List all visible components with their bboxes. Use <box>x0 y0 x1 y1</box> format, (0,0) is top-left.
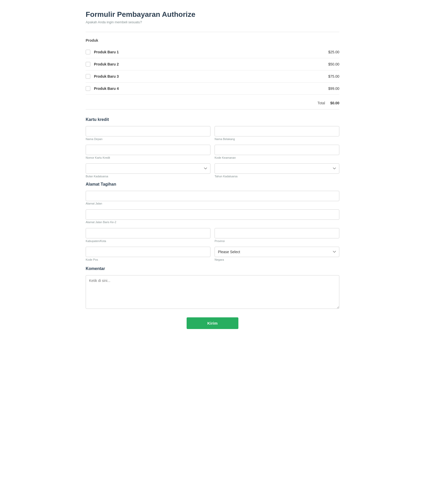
city-province-row: Kabupaten/Kota Provinsi <box>86 228 339 243</box>
zip-country-row: Kode Pos Please Select Indonesia United … <box>86 247 339 261</box>
security-code-label: Kode Keamanan <box>215 156 339 159</box>
product-4-price: $99.00 <box>328 86 339 91</box>
product-1-checkbox[interactable] <box>86 50 90 54</box>
product-1-name: Produk Baru 1 <box>94 50 119 54</box>
product-4-name: Produk Baru 4 <box>94 86 119 91</box>
city-input[interactable] <box>86 228 210 238</box>
zip-label: Kode Pos <box>86 258 210 261</box>
card-number-label: Nomor Kartu Kredit <box>86 156 210 159</box>
province-label: Provinsi <box>215 239 339 243</box>
page-title: Formulir Pembayaran Authorize <box>86 10 339 19</box>
province-group: Provinsi <box>215 228 339 243</box>
product-2-price: $50.00 <box>328 62 339 66</box>
product-1-price: $25.00 <box>328 50 339 54</box>
table-row: Produk Baru 4 $99.00 <box>86 83 339 95</box>
expiry-month-group: 01 02 03 04 05 06 07 08 09 10 11 12 Bula… <box>86 163 210 178</box>
address1-label: Alamat Jalan <box>86 202 102 205</box>
name-row: Nama Depan Nama Belakang <box>86 126 339 141</box>
credit-card-heading: Kartu kredit <box>86 117 339 122</box>
total-label: Total <box>317 101 325 105</box>
card-number-input[interactable] <box>86 145 210 155</box>
province-input[interactable] <box>215 228 339 238</box>
product-3-name: Produk Baru 3 <box>94 74 119 78</box>
zip-group: Kode Pos <box>86 247 210 261</box>
city-label: Kabupaten/Kota <box>86 239 210 243</box>
submit-button[interactable]: Kirim <box>187 317 238 329</box>
country-label: Negara <box>215 258 339 261</box>
expiry-year-select[interactable]: 2024 2025 2026 2027 2028 <box>215 163 339 174</box>
top-divider <box>86 32 339 32</box>
city-group: Kabupaten/Kota <box>86 228 210 243</box>
comment-heading: Komentar <box>86 266 339 271</box>
card-number-group: Nomor Kartu Kredit <box>86 145 210 159</box>
expiry-month-label: Bulan Kadaluarsa <box>86 175 210 178</box>
card-row: Nomor Kartu Kredit Kode Keamanan <box>86 145 339 159</box>
product-2-name: Produk Baru 2 <box>94 62 119 66</box>
country-group: Please Select Indonesia United States Ma… <box>215 247 339 261</box>
page-subtitle: Apakah Anda ingin membeli sesuatu? <box>86 20 339 24</box>
total-value: $0.00 <box>330 101 339 105</box>
first-name-input[interactable] <box>86 126 210 136</box>
expiry-month-select[interactable]: 01 02 03 04 05 06 07 08 09 10 11 12 <box>86 163 210 174</box>
address1-group: Alamat Jalan <box>86 191 339 205</box>
table-row: Produk Baru 3 $75.00 <box>86 70 339 83</box>
last-name-label: Nama Belakang <box>215 137 339 141</box>
products-section-label: Produk <box>86 38 339 42</box>
total-row: Total $0.00 <box>86 97 339 109</box>
submit-container: Kirim <box>86 317 339 329</box>
last-name-group: Nama Belakang <box>215 126 339 141</box>
security-code-input[interactable] <box>215 145 339 155</box>
address2-label: Alamat Jalan Baris Ke-2 <box>86 221 116 224</box>
first-name-group: Nama Depan <box>86 126 210 141</box>
product-2-checkbox[interactable] <box>86 62 90 67</box>
expiry-row: 01 02 03 04 05 06 07 08 09 10 11 12 Bula… <box>86 163 339 178</box>
first-name-label: Nama Depan <box>86 137 210 141</box>
product-4-checkbox[interactable] <box>86 86 90 91</box>
table-row: Produk Baru 2 $50.00 <box>86 58 339 70</box>
table-row: Produk Baru 1 $25.00 <box>86 46 339 58</box>
product-3-price: $75.00 <box>328 74 339 78</box>
last-name-input[interactable] <box>215 126 339 136</box>
expiry-year-group: 2024 2025 2026 2027 2028 Tahun Kadaluars… <box>215 163 339 178</box>
product-list: Produk Baru 1 $25.00 Produk Baru 2 $50.0… <box>86 46 339 95</box>
address1-input[interactable] <box>86 191 339 201</box>
product-3-checkbox[interactable] <box>86 74 90 79</box>
security-code-group: Kode Keamanan <box>215 145 339 159</box>
billing-heading: Alamat Tagihan <box>86 182 339 187</box>
comment-section: Komentar <box>86 266 339 310</box>
address2-group: Alamat Jalan Baris Ke-2 <box>86 209 339 224</box>
comment-textarea[interactable] <box>86 275 339 309</box>
zip-input[interactable] <box>86 247 210 257</box>
address2-input[interactable] <box>86 209 339 220</box>
country-select[interactable]: Please Select Indonesia United States Ma… <box>215 247 339 257</box>
expiry-year-label: Tahun Kadaluarsa <box>215 175 339 178</box>
